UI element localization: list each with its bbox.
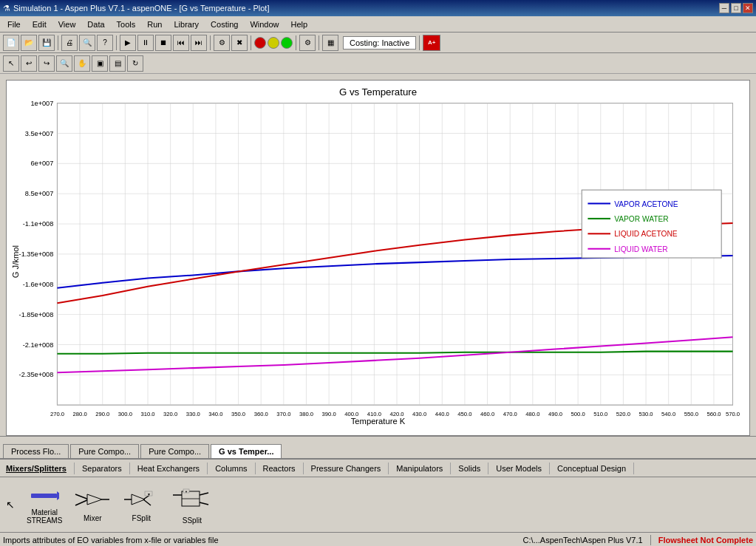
status-flowsheet: Flowsheet Not Complete xyxy=(658,536,753,545)
palette-tab-heat-exchangers[interactable]: Heat Exchangers xyxy=(130,463,208,474)
tab-process-flowsheet[interactable]: Process Flo... xyxy=(3,444,69,458)
chart-area-wrapper: G vs Temperature G J/kmol Temperature K xyxy=(0,74,756,436)
palette-tab-reactors[interactable]: Reactors xyxy=(256,463,304,474)
tab-pure-compo-1[interactable]: Pure Compo... xyxy=(70,444,139,458)
zoom-btn[interactable]: 🔍 xyxy=(56,55,72,72)
palette-tab-columns[interactable]: Columns xyxy=(208,463,255,474)
svg-text:290.0: 290.0 xyxy=(95,411,109,417)
grid-btn[interactable]: ▦ xyxy=(322,35,338,51)
svg-text:340.0: 340.0 xyxy=(208,411,222,417)
menu-window[interactable]: Window xyxy=(244,18,285,30)
svg-text:450.0: 450.0 xyxy=(457,411,471,417)
material-streams-icon xyxy=(30,485,59,507)
secondary-toolbar: ↖ ↩ ↪ 🔍 ✋ ▣ ▤ ↻ xyxy=(0,53,756,74)
svg-text:410.0: 410.0 xyxy=(367,411,381,417)
separator-4 xyxy=(251,35,251,50)
group-btn[interactable]: ▤ xyxy=(109,55,126,72)
separator-3 xyxy=(210,35,211,50)
svg-rect-83 xyxy=(31,494,57,498)
menu-tools[interactable]: Tools xyxy=(111,18,142,30)
run-green[interactable] xyxy=(281,37,293,49)
svg-text:530.0: 530.0 xyxy=(638,411,653,417)
menu-costing[interactable]: Costing xyxy=(205,18,244,30)
svg-text:490.0: 490.0 xyxy=(548,411,562,417)
tab-pure-compo-2[interactable]: Pure Compo... xyxy=(140,444,209,458)
cursor-btn[interactable]: ↖ xyxy=(3,55,19,72)
svg-text:380.0: 380.0 xyxy=(299,411,313,417)
rotate-btn[interactable]: ↻ xyxy=(127,55,143,72)
component-palette: Mixers/Splitters Separators Heat Exchang… xyxy=(0,458,756,532)
menu-help[interactable]: Help xyxy=(285,18,314,30)
title-bar: ⚗ Simulation 1 - Aspen Plus V7.1 - aspen… xyxy=(0,0,756,16)
palette-tab-conceptual[interactable]: Conceptual Design xyxy=(550,463,634,474)
window-title: Simulation 1 - Aspen Plus V7.1 - aspenON… xyxy=(13,4,269,13)
tb-btn-9[interactable]: ✖ xyxy=(231,35,248,51)
title-bar-left: ⚗ Simulation 1 - Aspen Plus V7.1 - aspen… xyxy=(3,4,269,13)
menu-data[interactable]: Data xyxy=(81,18,110,30)
svg-marker-84 xyxy=(57,491,59,500)
run-red[interactable] xyxy=(254,37,266,49)
print-button[interactable]: 🖨 xyxy=(61,35,78,51)
svg-text:-1.35e+008: -1.35e+008 xyxy=(19,250,54,258)
svg-text:480.0: 480.0 xyxy=(525,411,539,417)
title-bar-controls[interactable]: ─ □ ✕ xyxy=(719,3,753,13)
pan-btn[interactable]: ✋ xyxy=(74,55,90,72)
minimize-button[interactable]: ─ xyxy=(719,3,729,13)
svg-text:-1.6e+008: -1.6e+008 xyxy=(23,281,54,288)
tb-btn-7[interactable]: ⏭ xyxy=(191,35,207,51)
new-button[interactable]: 📄 xyxy=(3,35,19,51)
mixer-icon xyxy=(74,487,111,513)
palette-tab-manipulators[interactable]: Manipulators xyxy=(389,463,451,474)
palette-tab-pressure[interactable]: Pressure Changers xyxy=(304,463,389,474)
chart-svg: G vs Temperature G J/kmol Temperature K xyxy=(7,81,749,435)
svg-text:470.0: 470.0 xyxy=(503,411,517,417)
undo-btn[interactable]: ↩ xyxy=(21,55,37,72)
tb-btn-6[interactable]: ⏮ xyxy=(173,35,189,51)
palette-tab-separators[interactable]: Separators xyxy=(75,463,130,474)
separator-1 xyxy=(58,35,58,50)
tb-btn-5[interactable]: ⏹ xyxy=(155,35,171,51)
tab-g-vs-temp[interactable]: G vs Temper... xyxy=(211,444,282,458)
tb-btn-3[interactable]: ▶ xyxy=(120,35,136,51)
menu-file[interactable]: File xyxy=(1,18,27,30)
close-button[interactable]: ✕ xyxy=(743,3,753,13)
separator-7 xyxy=(419,35,420,50)
tb-btn-4[interactable]: ⏸ xyxy=(137,35,154,51)
menu-library[interactable]: Library xyxy=(168,18,205,30)
svg-text:-2.1e+008: -2.1e+008 xyxy=(23,341,54,349)
svg-text:540.0: 540.0 xyxy=(661,411,675,417)
svg-text:420.0: 420.0 xyxy=(389,411,403,417)
redo-btn[interactable]: ↪ xyxy=(38,55,55,72)
cursor-tool[interactable]: ↖ xyxy=(3,497,18,512)
palette-tab-user-models[interactable]: User Models xyxy=(488,463,550,474)
menu-run[interactable]: Run xyxy=(141,18,168,30)
restore-button[interactable]: □ xyxy=(731,3,741,13)
fsplit-component[interactable]: ▼ FSplit xyxy=(120,485,163,524)
run-yellow[interactable] xyxy=(268,37,279,49)
palette-tab-mixers[interactable]: Mixers/Splitters xyxy=(1,463,75,474)
open-button[interactable]: 📂 xyxy=(21,35,37,51)
mixer-component[interactable]: Mixer xyxy=(71,485,114,524)
menu-view[interactable]: View xyxy=(52,18,82,30)
ssplit-component[interactable]: ▼ SSplit xyxy=(168,484,215,526)
help-btn[interactable]: ? xyxy=(97,35,113,51)
svg-text:▼: ▼ xyxy=(185,490,188,494)
tb-btn-8[interactable]: ⚙ xyxy=(214,35,230,51)
legend-vapor-acetone-label: VAPOR ACETONE xyxy=(614,200,678,208)
find-button[interactable]: 🔍 xyxy=(79,35,95,51)
palette-tab-solids[interactable]: Solids xyxy=(451,463,488,474)
svg-text:1e+007: 1e+007 xyxy=(30,100,53,107)
svg-text:-1.85e+008: -1.85e+008 xyxy=(19,311,54,318)
svg-text:400.0: 400.0 xyxy=(344,411,358,417)
material-streams-component[interactable]: MaterialSTREAMS xyxy=(24,483,65,526)
select-btn[interactable]: ▣ xyxy=(92,55,108,72)
aspen-logo: A+ xyxy=(423,35,440,51)
settings-btn[interactable]: ⚙ xyxy=(299,35,316,51)
save-button[interactable]: 💾 xyxy=(38,35,55,51)
app-icon: ⚗ xyxy=(3,4,10,13)
svg-marker-90 xyxy=(132,494,145,505)
ssplit-label: SSplit xyxy=(183,516,202,525)
palette-category-tabs: Mixers/Splitters Separators Heat Exchang… xyxy=(0,460,756,477)
svg-text:570.0: 570.0 xyxy=(726,411,740,417)
menu-edit[interactable]: Edit xyxy=(27,18,52,30)
